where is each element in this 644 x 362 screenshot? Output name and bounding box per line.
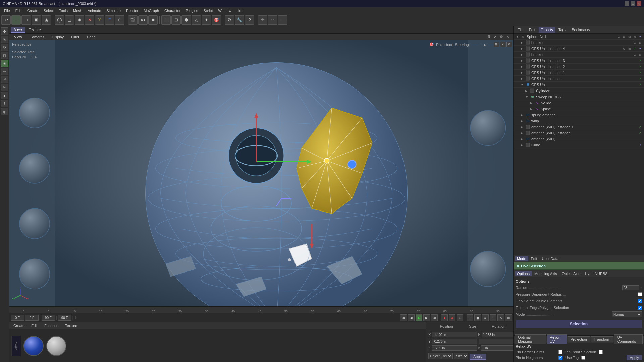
tree-item-bracket2[interactable]: ▶ ⬛ bracket ⊙ ⊞ [514,52,644,58]
material-item-grey[interactable] [46,336,66,356]
check-btn-wifi1[interactable]: ✓ [638,125,643,129]
uv-tab-projection[interactable]: Projection [568,336,590,342]
tree-item-whip[interactable]: ▶ ⊞ whip [514,118,644,124]
ring-select-btn[interactable]: ⊕ [75,15,84,25]
expand-arrow-whip[interactable]: ▶ [521,119,524,123]
open-button[interactable]: □ [21,15,31,25]
goto-end-btn[interactable]: ⏭ [431,314,438,321]
scale-tool-btn[interactable]: ⤡ [1,36,8,43]
color-btn-sphere-null[interactable]: ⊟ [627,34,632,39]
lock-btn-bracket2[interactable]: ⊞ [638,52,643,57]
next-frame-btn[interactable]: ▶ [423,314,430,321]
y-pos-input[interactable] [432,339,477,344]
grid-btn[interactable]: ⚏ [268,15,277,25]
rp-tab-objects[interactable]: Objects [539,27,555,33]
paint-btn[interactable]: ✏ [1,68,8,75]
vp-settings-icon[interactable]: ⚙ [499,34,504,40]
tree-item-gps2[interactable]: ▶ ⬛ GPS Unit Instance.2 ✓ [514,64,644,70]
rotate-tool-btn[interactable]: ↻ [1,44,8,51]
vp-close-icon[interactable]: ✕ [505,34,511,40]
mat-tab-texture[interactable]: Texture [62,323,80,328]
vp-filter-menu[interactable]: Filter [69,35,81,39]
tree-item-gps-unit[interactable]: ▼ ⊞ GPS Unit ✓ [514,82,644,88]
menu-select[interactable]: Select [41,8,57,13]
start-frame-input[interactable] [11,315,24,321]
motion-btn[interactable]: ⊞ [467,314,473,321]
check-btn-gps4[interactable]: ✓ [633,46,637,51]
anim-prev-btn[interactable]: ⏮ [138,15,148,25]
expand-arrow-cube[interactable]: ▶ [521,143,524,147]
tree-item-antenna-wifi[interactable]: ▶ ⬛ antenna (WiFi) Instance ✓ [514,130,644,136]
tree-item-antenna-wifi1[interactable]: ▶ ⬛ antenna (WiFi) Instance.1 ✓ [514,124,644,130]
more-btn[interactable]: ⋯ [278,15,287,25]
tree-item-sweep-nurbs[interactable]: ▼ ⊕ Sweep NURBS [514,94,644,100]
magnet-btn[interactable]: ⚐ [1,76,8,83]
menu-plugins[interactable]: Plugins [183,8,201,13]
expand-arrow-sweep-nurbs[interactable]: ▼ [525,95,529,99]
expand-arrow-sphere-null[interactable]: ▼ [516,35,519,38]
menu-character[interactable]: Character [162,8,183,13]
size-dropdown[interactable]: Size [454,353,468,359]
expand-arrow-spring-ant[interactable]: ▶ [521,113,524,117]
menu-tools[interactable]: Tools [56,8,70,13]
knife-btn[interactable]: ✂ [1,84,8,91]
record-btn[interactable]: ● [441,314,448,321]
check-btn-gps-inst[interactable]: ✓ [638,76,643,81]
vp-fullscreen-btn[interactable]: ⤢ [500,42,505,47]
check-btn-wifi[interactable]: ✓ [638,131,643,135]
uv-tab-relax[interactable]: Relax UV [547,334,567,344]
snap-tl-btn[interactable]: ⊞ [505,314,512,321]
key-btn[interactable]: ⊙ [457,314,463,321]
vis-btn-sphere-null[interactable]: ⊙ [616,34,621,39]
pin-point-checkbox[interactable] [599,350,603,354]
viewport-canvas[interactable]: Perspective Selected Total Polys 20 694 … [9,40,513,306]
z-pos-input[interactable] [432,345,477,351]
layer-btn[interactable]: ≡ [482,314,489,321]
auto-key-btn[interactable]: ◉ [449,314,455,321]
tab-view[interactable]: View [11,27,25,33]
vp-display-menu[interactable]: Display [50,35,66,39]
loop-select-btn[interactable]: ◻ [65,15,74,25]
expand-arrow-wifi[interactable]: ▶ [521,131,524,135]
menu-render[interactable]: Render [123,8,141,13]
box-mode-btn[interactable]: ⬛ [161,15,171,25]
extra-btn-sphere-null[interactable]: ✦ [638,34,643,39]
props-tab-edit[interactable]: Edit [529,256,539,261]
tree-item-nside[interactable]: ▶ ∿ n-Side [514,100,644,106]
point-mode-btn[interactable]: ⬢ [181,15,191,25]
props-tab-mode[interactable]: Mode [515,256,528,261]
menu-mesh[interactable]: Mesh [70,8,85,13]
range-end-input[interactable] [58,315,71,321]
props-tab-userdata[interactable]: User Data [540,256,561,261]
menu-edit[interactable]: Edit [13,8,24,13]
tree-item-cube[interactable]: ▶ ⬛ Cube ✦ [514,142,644,148]
coord-btn[interactable]: ⚙ [225,15,234,25]
expand-arrow-gps-unit[interactable]: ▼ [521,83,524,86]
select-tool-btn[interactable]: ◻ [1,52,8,59]
uv-tab-commands[interactable]: UV Commands [614,334,643,344]
new-button[interactable]: + [11,15,21,25]
weld-btn[interactable]: ◎ [1,108,8,115]
menu-file[interactable]: File [1,8,13,13]
lock-btn-sphere-null[interactable]: ⊞ [622,34,627,39]
expand-arrow-bracket1[interactable]: ▶ [521,41,524,44]
mat-tab-create[interactable]: Create [11,323,27,328]
menu-script[interactable]: Script [201,8,215,13]
use-tag-checkbox[interactable] [581,356,585,360]
rp-tab-tags[interactable]: Tags [556,27,568,33]
check-btn-gps2[interactable]: ✓ [638,64,643,69]
menu-help[interactable]: Help [234,8,247,13]
expand-arrow-wifi-grp[interactable]: ▶ [521,137,524,141]
window-controls[interactable]: ─ □ ✕ [625,1,641,6]
render-button[interactable]: ◉ [42,15,51,25]
tree-item-bracket1[interactable]: ▶ ⬛ bracket ⊙ ⊞ [514,40,644,46]
uv-tab-transform[interactable]: Transform [591,336,613,342]
visible-checkbox[interactable] [638,299,642,303]
end-frame-input[interactable] [42,315,55,321]
tree-item-spring-antenna[interactable]: ▶ ⊞ spring antenna [514,112,644,118]
uv-apply-button[interactable]: Apply [627,355,642,360]
lock-btn-gps4[interactable]: ⊞ [627,46,632,51]
rp-tab-file[interactable]: File [516,27,526,33]
expand-arrow-gps-inst[interactable]: ▶ [521,77,524,80]
y-axis-btn[interactable]: Y [95,15,104,25]
